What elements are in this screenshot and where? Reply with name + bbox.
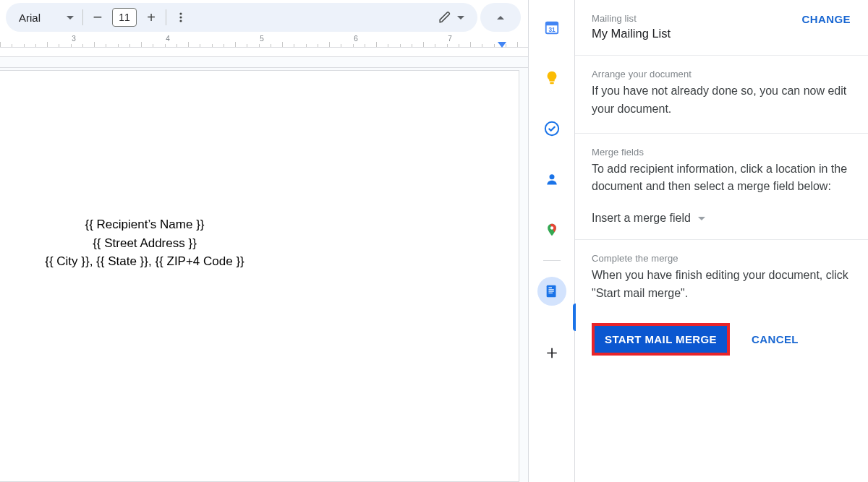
svg-rect-11 bbox=[548, 288, 552, 288]
horizontal-ruler[interactable]: 34567 bbox=[0, 35, 528, 56]
ruler-major-label: 3 bbox=[72, 35, 76, 43]
svg-rect-13 bbox=[548, 291, 553, 292]
mailing-list-section: Mailing list My Mailing List CHANGE bbox=[574, 0, 868, 56]
merge-placeholder-street-address: {{ Street Address }} bbox=[0, 234, 289, 253]
svg-rect-14 bbox=[548, 293, 553, 293]
calendar-icon[interactable]: 31 bbox=[537, 13, 566, 42]
svg-point-8 bbox=[549, 174, 554, 179]
insert-merge-field-dropdown[interactable]: Insert a merge field bbox=[592, 212, 851, 225]
more-format-options-button[interactable] bbox=[171, 7, 191, 27]
cancel-merge-button[interactable]: CANCEL bbox=[749, 330, 801, 348]
font-family-label: Arial bbox=[19, 12, 41, 24]
merge-placeholder-recipient-name: {{ Recipient’s Name }} bbox=[0, 215, 289, 234]
document-page[interactable]: {{ Recipient’s Name }} {{ Street Address… bbox=[0, 70, 519, 482]
mailing-list-value: My Mailing List bbox=[592, 27, 671, 40]
svg-point-9 bbox=[550, 226, 553, 229]
change-mailing-list-button[interactable]: CHANGE bbox=[802, 13, 851, 25]
arrange-description: If you have not already done so, you can… bbox=[592, 82, 851, 119]
plus-icon: ＋ bbox=[542, 343, 561, 361]
format-toolbar: Arial − 11 + bbox=[0, 0, 528, 35]
svg-rect-4 bbox=[545, 22, 558, 26]
ruler-major-label: 5 bbox=[260, 35, 264, 43]
maps-icon[interactable] bbox=[537, 215, 566, 244]
pencil-icon bbox=[438, 11, 451, 24]
ruler-major-label: 7 bbox=[448, 35, 452, 43]
svg-rect-12 bbox=[548, 289, 553, 290]
start-mail-merge-button[interactable]: START MAIL MERGE bbox=[592, 323, 730, 356]
merge-fields-description: To add recipient information, click a lo… bbox=[592, 160, 851, 197]
side-strip-divider bbox=[543, 260, 561, 261]
svg-point-0 bbox=[179, 12, 182, 14]
chevron-down-icon bbox=[698, 217, 705, 220]
toolbar-separator bbox=[82, 9, 83, 25]
tasks-icon[interactable] bbox=[537, 114, 566, 143]
complete-merge-section: Complete the merge When you have finish … bbox=[574, 240, 868, 370]
ruler-major-label: 6 bbox=[354, 35, 358, 43]
merge-fields-section: Merge fields To add recipient informatio… bbox=[574, 134, 868, 241]
mailing-list-label: Mailing list bbox=[592, 13, 671, 24]
chevron-down-icon bbox=[67, 16, 74, 20]
svg-point-1 bbox=[179, 16, 182, 18]
ruler-major-label: 4 bbox=[166, 35, 170, 43]
decrease-font-size-button[interactable]: − bbox=[88, 7, 108, 27]
svg-point-2 bbox=[179, 20, 182, 22]
merge-fields-label: Merge fields bbox=[592, 147, 851, 158]
chevron-down-icon bbox=[457, 16, 464, 20]
editing-mode-dropdown[interactable] bbox=[433, 7, 470, 27]
keep-icon[interactable] bbox=[537, 64, 566, 92]
increase-font-size-button[interactable]: + bbox=[141, 7, 161, 27]
page-top-border bbox=[0, 67, 528, 68]
active-addon-indicator bbox=[573, 304, 576, 331]
mail-merge-addon-icon[interactable] bbox=[537, 277, 566, 306]
contacts-icon[interactable] bbox=[537, 165, 566, 194]
complete-merge-description: When you have finish editing your docume… bbox=[592, 267, 851, 303]
toolbar-separator bbox=[166, 9, 166, 25]
mail-merge-panel: Mailing list My Mailing List CHANGE Arra… bbox=[574, 0, 868, 482]
font-size-input[interactable]: 11 bbox=[112, 8, 137, 27]
tab-stop-marker[interactable] bbox=[498, 42, 506, 48]
more-vertical-icon bbox=[175, 12, 187, 23]
get-addons-button[interactable]: ＋ bbox=[537, 337, 566, 366]
svg-text:31: 31 bbox=[548, 27, 556, 33]
side-addon-strip: 31 ＋ bbox=[528, 0, 574, 482]
arrange-label: Arrange your document bbox=[592, 69, 851, 79]
font-family-dropdown[interactable]: Arial bbox=[13, 7, 78, 27]
arrange-document-section: Arrange your document If you have not al… bbox=[574, 56, 868, 134]
chevron-up-icon bbox=[497, 16, 504, 20]
complete-merge-label: Complete the merge bbox=[592, 253, 851, 264]
merge-placeholder-city-state-zip: {{ City }}, {{ State }}, {{ ZIP+4 Code }… bbox=[0, 252, 289, 271]
svg-rect-6 bbox=[550, 82, 554, 85]
collapse-toolbar-button[interactable] bbox=[490, 7, 511, 27]
insert-merge-field-label: Insert a merge field bbox=[592, 212, 691, 225]
